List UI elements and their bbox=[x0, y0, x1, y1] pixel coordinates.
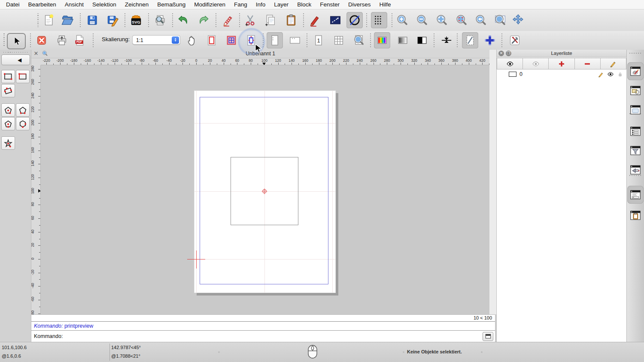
grid-toggle-icon[interactable] bbox=[371, 12, 387, 28]
color-mode-icon[interactable] bbox=[374, 32, 390, 48]
menu-item-bearbeiten[interactable]: Bearbeiten bbox=[24, 0, 61, 9]
menu-item-selektion[interactable]: Selektion bbox=[88, 0, 121, 9]
single-page-icon[interactable]: 1 bbox=[310, 32, 327, 48]
menu-item-fenster[interactable]: Fenster bbox=[316, 0, 344, 9]
tool-polygon-side-side[interactable] bbox=[16, 117, 30, 130]
zoom-auto-icon[interactable] bbox=[434, 12, 450, 28]
cut-icon[interactable] bbox=[243, 12, 259, 28]
app-settings-icon[interactable] bbox=[507, 32, 523, 48]
ruler-tick bbox=[421, 63, 422, 65]
save-as-icon[interactable] bbox=[104, 12, 121, 28]
tool-polygon-two-vertices[interactable] bbox=[16, 103, 30, 117]
menu-item-info[interactable]: Info bbox=[252, 0, 270, 9]
dock-cam-view-button[interactable] bbox=[628, 163, 643, 177]
copy-icon[interactable] bbox=[262, 12, 279, 28]
menu-item-bemaßung[interactable]: Bemaßung bbox=[153, 0, 190, 9]
pointer-select-button[interactable] bbox=[7, 33, 26, 49]
zoom-page-icon[interactable] bbox=[351, 32, 367, 48]
dock-clipboard-panel-button[interactable] bbox=[628, 208, 643, 223]
menu-item-fang[interactable]: Fang bbox=[230, 0, 252, 9]
ruler-tick bbox=[455, 63, 456, 65]
ruler-tick bbox=[428, 63, 428, 65]
save-icon[interactable] bbox=[84, 12, 100, 28]
tiled-pages-icon[interactable] bbox=[331, 32, 347, 48]
dock-block-list-button[interactable] bbox=[628, 83, 643, 98]
auto-pan-icon[interactable] bbox=[510, 12, 526, 28]
landscape-icon[interactable] bbox=[287, 32, 303, 48]
dock-property-list-button[interactable] bbox=[628, 124, 643, 139]
toolbar-drag-handle[interactable] bbox=[3, 33, 5, 47]
draft-mode-icon[interactable] bbox=[462, 32, 478, 48]
multi-pages-icon[interactable] bbox=[223, 32, 240, 48]
menu-item-zeichnen[interactable]: Zeichnen bbox=[121, 0, 153, 9]
toolbar-drag-handle[interactable] bbox=[37, 13, 39, 27]
menu-item-modifizieren[interactable]: Modifizieren bbox=[190, 0, 230, 9]
portrait-icon[interactable] bbox=[267, 32, 283, 48]
menu-item-diverses[interactable]: Diverses bbox=[344, 0, 375, 9]
ruler-tick bbox=[353, 63, 353, 65]
new-document-icon[interactable] bbox=[40, 12, 57, 28]
menu-item-layer[interactable]: Layer bbox=[270, 0, 293, 9]
tool-polygon-center-side[interactable] bbox=[1, 117, 15, 130]
back-button[interactable]: ◀ bbox=[1, 54, 30, 65]
edit-pencil-icon[interactable] bbox=[219, 12, 236, 28]
close-preview-icon[interactable] bbox=[33, 32, 50, 48]
command-input[interactable] bbox=[64, 333, 483, 340]
svg-export-icon[interactable]: SVG bbox=[128, 12, 144, 28]
menu-item-block[interactable]: Block bbox=[293, 0, 316, 9]
stepper-icon[interactable]: ▲▼ bbox=[172, 36, 179, 44]
scaling-select[interactable]: 1:1 ▲▼ bbox=[132, 35, 180, 45]
zoom-selection-icon[interactable] bbox=[453, 12, 470, 28]
layer-lock-icon[interactable] bbox=[617, 71, 623, 78]
ruler-tick bbox=[251, 63, 251, 65]
ruler-tick bbox=[38, 232, 40, 232]
pdf-export-icon[interactable]: PDF bbox=[72, 32, 88, 48]
fit-page-icon[interactable] bbox=[243, 32, 259, 48]
drawing-preferences-icon[interactable] bbox=[307, 12, 323, 28]
show-all-layers-button[interactable] bbox=[497, 58, 523, 69]
open-icon[interactable] bbox=[59, 12, 76, 28]
hide-all-layers-button[interactable] bbox=[523, 58, 549, 69]
zoom-window-icon[interactable] bbox=[492, 12, 508, 28]
edit-layer-button[interactable] bbox=[601, 58, 626, 69]
command-widget-button[interactable] bbox=[483, 332, 493, 341]
hand-pan-icon[interactable] bbox=[184, 32, 200, 48]
zoom-previous-icon[interactable] bbox=[473, 12, 489, 28]
redo-icon[interactable] bbox=[195, 12, 212, 28]
add-layer-button[interactable] bbox=[549, 58, 574, 69]
tool-star[interactable] bbox=[1, 136, 15, 150]
crosshair-icon[interactable] bbox=[482, 32, 498, 48]
toolbar-separator bbox=[172, 13, 173, 27]
fit-scale-icon[interactable] bbox=[438, 32, 455, 48]
blackwhite-mode-icon[interactable] bbox=[414, 32, 430, 48]
grayscale-mode-icon[interactable] bbox=[395, 32, 411, 48]
menu-item-hilfe[interactable]: Hilfe bbox=[375, 0, 395, 9]
page-border-icon[interactable] bbox=[204, 32, 220, 48]
menu-item-ansicht[interactable]: Ansicht bbox=[61, 0, 88, 9]
zoom-in-icon[interactable] bbox=[394, 12, 410, 28]
tool-polygon-center-vertex[interactable] bbox=[1, 103, 15, 117]
print-preview-icon[interactable] bbox=[152, 12, 168, 28]
dock-command-line-button[interactable] bbox=[628, 187, 643, 202]
layer-row[interactable]: 0 bbox=[497, 70, 626, 78]
layer-edit-pencil-icon[interactable] bbox=[598, 71, 604, 78]
menu-item-datei[interactable]: Datei bbox=[2, 0, 24, 9]
panel-drag-handle[interactable] bbox=[3, 52, 27, 53]
drawing-canvas[interactable] bbox=[41, 65, 489, 314]
tool-rect-three-points[interactable] bbox=[1, 84, 15, 97]
tool-rect-corner-size[interactable] bbox=[16, 70, 30, 83]
undo-icon[interactable] bbox=[175, 12, 191, 28]
remove-layer-button[interactable] bbox=[575, 58, 601, 69]
dock-drag-handle[interactable] bbox=[629, 53, 641, 54]
tool-rect-two-corners[interactable] bbox=[1, 70, 15, 83]
dock-selection-filter-button[interactable] bbox=[628, 143, 643, 158]
zoom-out-icon[interactable] bbox=[414, 12, 430, 28]
paste-icon[interactable] bbox=[283, 12, 299, 28]
panel-splitter[interactable] bbox=[489, 50, 496, 314]
auto-zoom-icon[interactable] bbox=[346, 12, 363, 28]
measure-icon[interactable] bbox=[327, 12, 343, 28]
dock-library-browser-button[interactable] bbox=[628, 103, 643, 117]
print-icon[interactable] bbox=[54, 32, 70, 48]
dock-layer-list-button[interactable] bbox=[628, 64, 643, 78]
layer-visible-eye-icon[interactable] bbox=[607, 71, 614, 78]
